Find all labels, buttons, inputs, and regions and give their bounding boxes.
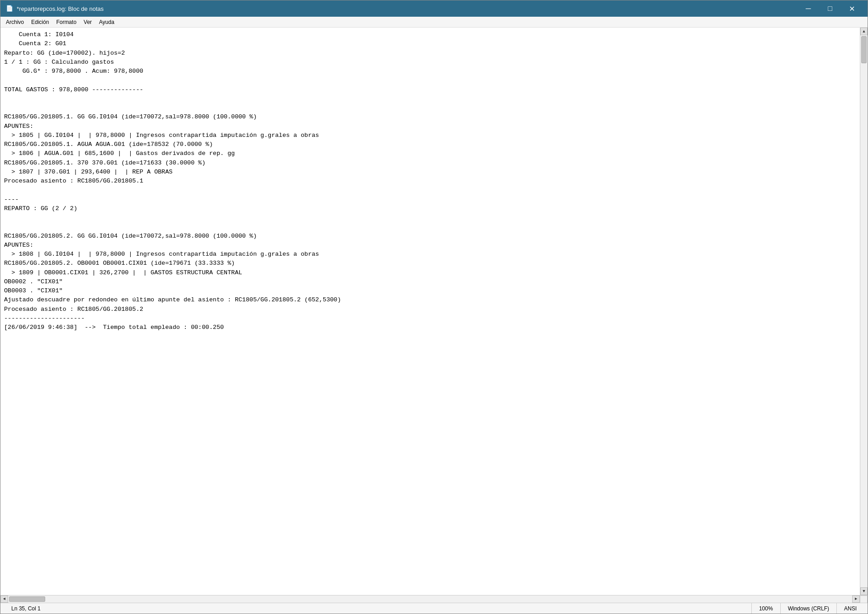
horizontal-scrollbar-container: ◄ ► [0, 595, 868, 603]
title-bar-left: 📄 *repartorepcos.log: Bloc de notas [6, 5, 104, 12]
content-area: Cuenta 1: I0104 Cuenta 2: G01 Reparto: G… [0, 28, 868, 595]
title-bar: 📄 *repartorepcos.log: Bloc de notas ─ □ … [0, 0, 868, 17]
status-bar: Ln 35, Col 1 100% Windows (CRLF) ANSI [0, 603, 868, 614]
menu-ayuda[interactable]: Ayuda [95, 18, 118, 26]
app-icon: 📄 [6, 5, 13, 12]
scroll-up-button[interactable]: ▲ [860, 28, 868, 35]
menu-ver[interactable]: Ver [80, 18, 95, 26]
maximize-button[interactable]: □ [820, 0, 840, 17]
zoom-level: 100% [759, 605, 773, 612]
scroll-thumb-v[interactable] [861, 36, 867, 63]
scrollbar-corner [860, 595, 868, 603]
menu-formato[interactable]: Formato [52, 18, 80, 26]
status-encoding-section: ANSI [837, 603, 864, 614]
scroll-thumb-h[interactable] [9, 596, 45, 602]
menu-edicion[interactable]: Edición [28, 18, 52, 26]
window-title: *repartorepcos.log: Bloc de notas [17, 5, 104, 12]
scroll-track-v[interactable] [860, 35, 868, 587]
status-position-section: Ln 35, Col 1 [4, 603, 752, 614]
status-line-ending-section: Windows (CRLF) [781, 603, 837, 614]
line-ending: Windows (CRLF) [788, 605, 829, 612]
vertical-scrollbar[interactable]: ▲ ▼ [860, 28, 868, 595]
notepad-window: 📄 *repartorepcos.log: Bloc de notas ─ □ … [0, 0, 868, 614]
scroll-down-button[interactable]: ▼ [860, 587, 868, 595]
menu-archivo[interactable]: Archivo [2, 18, 28, 26]
scroll-right-button[interactable]: ► [852, 595, 860, 603]
minimize-button[interactable]: ─ [798, 0, 819, 17]
title-controls: ─ □ ✕ [798, 0, 862, 17]
text-editor[interactable]: Cuenta 1: I0104 Cuenta 2: G01 Reparto: G… [0, 28, 860, 595]
encoding: ANSI [844, 605, 857, 612]
status-zoom-section: 100% [752, 603, 781, 614]
cursor-position: Ln 35, Col 1 [11, 605, 41, 612]
scroll-track-h[interactable] [8, 595, 852, 603]
close-button[interactable]: ✕ [841, 0, 862, 17]
menu-bar: Archivo Edición Formato Ver Ayuda [0, 17, 868, 28]
horizontal-scrollbar[interactable]: ◄ ► [0, 595, 860, 603]
scroll-left-button[interactable]: ◄ [0, 595, 8, 603]
